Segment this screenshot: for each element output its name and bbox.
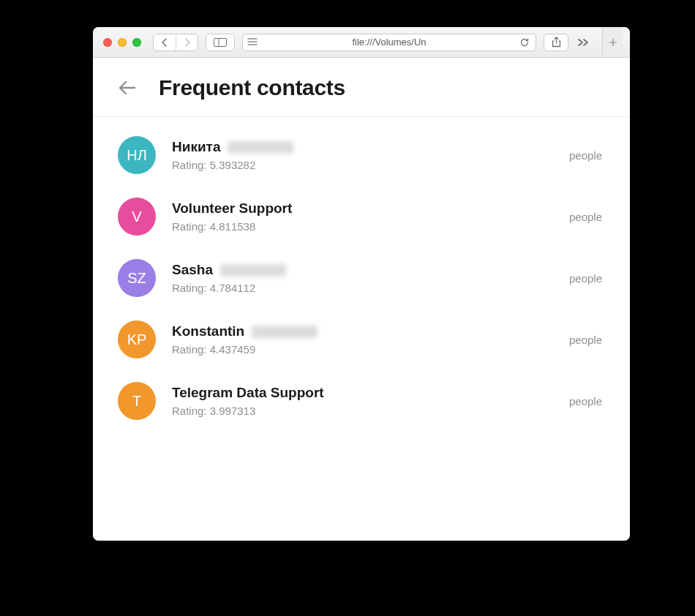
window-titlebar: file:///Volumes/Un [93, 27, 630, 58]
contact-rating: Rating: 5.393282 [172, 159, 553, 171]
avatar: НЛ [118, 136, 156, 174]
contact-rating: Rating: 4.811538 [172, 220, 553, 233]
contact-rating: Rating: 4.784112 [172, 282, 553, 294]
contact-name-redacted [220, 264, 286, 277]
contact-main: Telegram Data SupportRating: 3.997313 [172, 385, 553, 417]
contact-name-visible: Volunteer Support [172, 200, 292, 217]
safari-window: file:///Volumes/Un [93, 27, 630, 541]
contact-name: Konstantin [172, 323, 553, 339]
contact-rating: Rating: 3.997313 [172, 405, 553, 417]
contacts-list: НЛНикитаRating: 5.393282peopleVVolunteer… [93, 117, 630, 432]
contact-row[interactable]: НЛНикитаRating: 5.393282people [113, 124, 609, 186]
contact-row[interactable]: KPKonstantinRating: 4.437459people [113, 309, 609, 370]
nav-forward-button[interactable] [176, 34, 198, 50]
contact-name-visible: Sasha [172, 262, 213, 278]
contact-row[interactable]: SZSashaRating: 4.784112people [113, 247, 609, 309]
contact-row[interactable]: VVolunteer SupportRating: 4.811538people [113, 186, 609, 247]
arrow-left-icon [118, 80, 137, 96]
zoom-window-button[interactable] [132, 38, 141, 47]
contact-tag: people [569, 334, 602, 346]
sidebar-icon [214, 38, 227, 47]
address-bar[interactable]: file:///Volumes/Un [242, 34, 536, 51]
new-tab-button[interactable] [602, 27, 623, 57]
contact-name-visible: Konstantin [172, 323, 244, 339]
avatar: KP [118, 320, 156, 358]
page-title: Frequent contacts [159, 75, 345, 100]
close-window-button[interactable] [103, 38, 112, 47]
chevron-right-icon [184, 38, 191, 47]
chevron-left-icon [161, 38, 168, 47]
contact-main: KonstantinRating: 4.437459 [172, 323, 553, 356]
page-header: Frequent contacts [93, 58, 630, 117]
svg-rect-0 [214, 38, 227, 46]
contact-name-redacted [228, 141, 293, 154]
reader-mode-icon[interactable] [247, 38, 258, 47]
page-content: Frequent contacts НЛНикитаRating: 5.3932… [93, 58, 630, 541]
contact-main: Volunteer SupportRating: 4.811538 [172, 200, 553, 233]
nav-back-forward-group [153, 34, 198, 51]
contact-tag: people [569, 395, 602, 407]
avatar: SZ [118, 259, 156, 297]
contact-tag: people [569, 211, 602, 223]
contact-tag: people [569, 272, 602, 285]
reload-icon[interactable] [519, 37, 530, 48]
contact-name: Volunteer Support [172, 200, 553, 217]
sidebar-toggle-button[interactable] [206, 34, 235, 51]
window-controls [100, 38, 146, 47]
contact-name-redacted [252, 326, 318, 338]
contact-name: Telegram Data Support [172, 385, 553, 401]
url-text: file:///Volumes/Un [352, 37, 426, 48]
contact-rating: Rating: 4.437459 [172, 343, 553, 356]
double-chevron-right-icon [577, 38, 590, 47]
contact-tag: people [569, 149, 602, 162]
share-icon [552, 37, 561, 48]
contact-main: НикитаRating: 5.393282 [172, 139, 553, 171]
contact-name-visible: Никита [172, 139, 220, 155]
avatar: V [118, 198, 156, 236]
plus-icon [609, 38, 617, 47]
contact-name-visible: Telegram Data Support [172, 385, 324, 401]
contact-main: SashaRating: 4.784112 [172, 262, 553, 294]
contact-name: Sasha [172, 262, 553, 278]
nav-back-button[interactable] [154, 34, 176, 50]
contact-row[interactable]: TTelegram Data SupportRating: 3.997313pe… [113, 370, 609, 432]
contact-name: Никита [172, 139, 553, 155]
toolbar-overflow-button[interactable] [576, 38, 592, 47]
avatar: T [118, 382, 156, 420]
share-button[interactable] [544, 34, 568, 51]
back-button[interactable] [118, 80, 137, 96]
minimize-window-button[interactable] [118, 38, 127, 47]
